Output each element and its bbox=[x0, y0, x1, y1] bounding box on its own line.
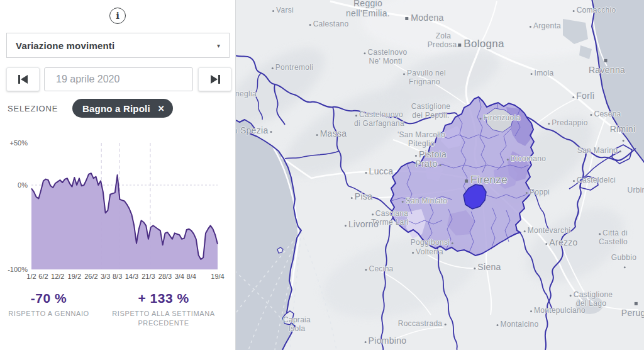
stats-row: -70 % RISPETTO A GENNAIO + 133 % RISPETT… bbox=[0, 291, 230, 328]
x-tick-label: 8/3 bbox=[113, 273, 122, 280]
x-tick-label: 28/3 bbox=[158, 273, 172, 280]
date-input[interactable] bbox=[44, 67, 193, 91]
next-day-button[interactable] bbox=[198, 67, 231, 91]
stat-value: -70 % bbox=[0, 291, 97, 306]
y-tick-label: 0% bbox=[18, 181, 28, 189]
x-tick-label: 14/3 bbox=[125, 273, 138, 280]
info-icon: i bbox=[116, 11, 119, 21]
skip-previous-icon bbox=[18, 74, 29, 84]
selection-chip-text: Bagno a Ripoli bbox=[82, 103, 150, 114]
stat-vs-previous-week: + 133 % RISPETTO ALLA SETTIMANA PRECEDEN… bbox=[97, 291, 230, 328]
x-tick-label: 26/2 bbox=[84, 273, 97, 280]
area-fill bbox=[31, 173, 218, 269]
metric-dropdown[interactable]: Variazione movimenti ▾ bbox=[6, 33, 230, 58]
x-tick-label: 19/2 bbox=[68, 273, 81, 280]
stat-value: + 133 % bbox=[97, 291, 230, 306]
previous-day-button[interactable] bbox=[6, 67, 40, 91]
stat-vs-january: -70 % RISPETTO A GENNAIO bbox=[0, 291, 97, 328]
info-row: i bbox=[0, 0, 235, 24]
x-tick-label: 3/3 bbox=[101, 273, 110, 280]
x-tick-label: 21/3 bbox=[142, 273, 155, 280]
selection-label: SELEZIONE bbox=[8, 104, 58, 113]
adriatic-sea bbox=[592, 0, 644, 164]
info-button[interactable]: i bbox=[109, 8, 126, 24]
app-window: i Variazione movimenti ▾ SELEZIONE Bagno… bbox=[0, 0, 644, 350]
selection-chip[interactable]: Bagno a Ripoli ✕ bbox=[72, 99, 173, 118]
movement-variation-chart: +50%0%-100%1/26/212/219/226/23/38/314/32… bbox=[3, 134, 233, 286]
metric-dropdown-value: Variazione movimenti bbox=[16, 40, 217, 51]
x-tick-label: 6/2 bbox=[38, 273, 48, 280]
y-tick-label: -100% bbox=[8, 266, 28, 273]
x-tick-label: 8/4 bbox=[187, 273, 196, 280]
chevron-down-icon: ▾ bbox=[217, 42, 220, 49]
y-tick-label: +50% bbox=[10, 139, 28, 147]
close-icon[interactable]: ✕ bbox=[158, 104, 165, 113]
stat-caption: RISPETTO A GENNAIO bbox=[0, 309, 97, 319]
x-tick-label: 19/4 bbox=[211, 273, 224, 280]
x-tick-label: 1/2 bbox=[26, 273, 36, 280]
highlighted-province[interactable] bbox=[391, 97, 534, 256]
x-tick-label: 12/2 bbox=[51, 273, 64, 280]
skip-next-icon bbox=[209, 74, 221, 84]
map-canvas[interactable]: VarsiCalestanoReggio nell'Emilia.ModenaZ… bbox=[236, 0, 644, 350]
control-panel: i Variazione movimenti ▾ SELEZIONE Bagno… bbox=[0, 0, 236, 350]
map-geometry bbox=[236, 0, 644, 350]
x-tick-label: 3/4 bbox=[175, 273, 184, 280]
stat-caption: RISPETTO ALLA SETTIMANA PRECEDENTE bbox=[107, 309, 220, 328]
